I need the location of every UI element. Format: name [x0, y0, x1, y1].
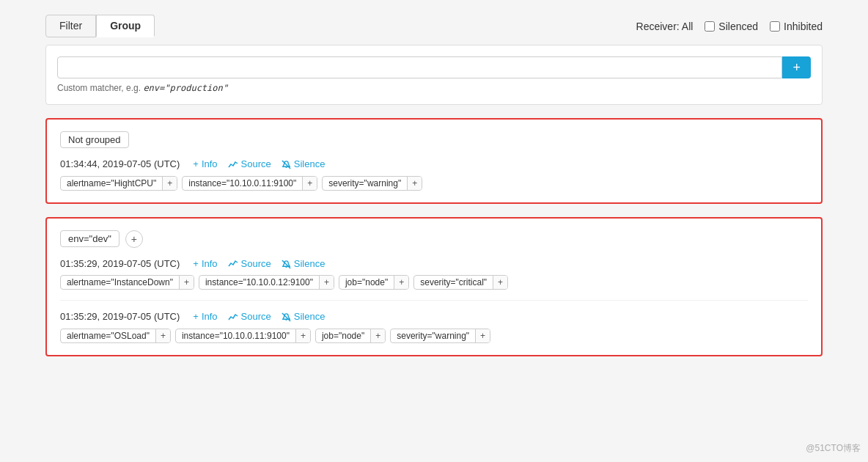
filter-input[interactable]: [57, 56, 782, 78]
group-tag-0-0[interactable]: Not grouped: [60, 131, 129, 148]
label-tag-text: job="node": [339, 276, 394, 289]
plus-icon: +: [193, 258, 199, 269]
alert-actions-1-1: +InfoSourceSilence: [193, 311, 325, 323]
label-tag-plus-button[interactable]: +: [295, 329, 310, 342]
tabs: Filter Group: [45, 15, 155, 37]
bell-slash-icon: [282, 258, 291, 269]
label-tag-text: severity="warning": [323, 177, 407, 190]
silenced-label: Silenced: [718, 21, 758, 32]
label-tag-plus-button[interactable]: +: [302, 177, 317, 190]
label-tag-plus-button[interactable]: +: [155, 329, 170, 342]
silenced-checkbox[interactable]: [705, 21, 715, 32]
label-tag-text: alertname="HightCPU": [61, 177, 162, 190]
bell-slash-icon: [282, 158, 291, 169]
label-tag-1-1-0: alertname="OSLoad"+: [60, 329, 171, 343]
alert-action-silence-1-1[interactable]: Silence: [282, 311, 326, 323]
alert-time-1-1: 01:35:29, 2019-07-05 (UTC): [60, 311, 180, 322]
inhibited-label: Inhibited: [784, 21, 823, 32]
chart-icon: [228, 158, 238, 170]
label-tag-1-1-2: job="node"+: [315, 329, 386, 343]
label-tag-text: alertname="OSLoad": [61, 329, 155, 342]
label-tag-plus-button[interactable]: +: [475, 329, 490, 342]
label-tags-1-0: alertname="InstanceDown"+instance="10.10…: [60, 275, 808, 290]
right-controls: Receiver: All Silenced Inhibited: [636, 21, 823, 32]
label-tag-1-1-3: severity="warning"+: [390, 329, 490, 343]
filter-hint-prefix: Custom matcher, e.g.: [57, 83, 143, 93]
alert-action-source-1-0[interactable]: Source: [228, 258, 271, 270]
alert-action-info-1-0[interactable]: +Info: [193, 258, 217, 270]
filter-input-row: +: [57, 56, 811, 78]
tab-filter[interactable]: Filter: [45, 15, 96, 37]
filter-add-button[interactable]: +: [782, 56, 811, 78]
action-label-silence: Silence: [294, 158, 326, 169]
main-container: Filter Group Receiver: All Silenced Inhi…: [31, 7, 837, 377]
label-tag-text: severity="warning": [391, 329, 475, 342]
alert-row-0-0: 01:34:44, 2019-07-05 (UTC)+InfoSourceSil…: [60, 158, 808, 191]
alert-action-silence-0-0[interactable]: Silence: [282, 158, 326, 170]
inhibited-group[interactable]: Inhibited: [770, 21, 823, 32]
watermark: @51CTO博客: [806, 442, 861, 455]
action-label-silence: Silence: [294, 311, 326, 322]
label-tags-1-1: alertname="OSLoad"+instance="10.10.0.11:…: [60, 329, 808, 343]
alert-meta-0-0: 01:34:44, 2019-07-05 (UTC)+InfoSourceSil…: [60, 158, 808, 170]
plus-icon: +: [193, 158, 199, 169]
label-tag-plus-button[interactable]: +: [162, 177, 177, 190]
label-tag-1-0-0: alertname="InstanceDown"+: [60, 275, 194, 290]
label-tag-text: instance="10.10.0.11:9100": [183, 177, 302, 190]
chart-icon: [228, 311, 238, 323]
silenced-group[interactable]: Silenced: [705, 21, 758, 32]
filter-hint-example: env="production": [143, 83, 228, 93]
group-add-button-env-dev[interactable]: +: [125, 230, 143, 248]
label-tag-text: job="node": [316, 329, 370, 342]
alert-groups-container: Not grouped01:34:44, 2019-07-05 (UTC)+In…: [45, 118, 823, 356]
group-header-not-grouped: Not grouped: [60, 131, 808, 148]
action-label-info: Info: [202, 258, 218, 269]
label-tag-plus-button[interactable]: +: [394, 276, 408, 289]
filter-hint: Custom matcher, e.g. env="production": [57, 83, 811, 93]
label-tag-0-0-0: alertname="HightCPU"+: [60, 176, 177, 191]
alert-action-source-0-0[interactable]: Source: [228, 158, 271, 170]
chart-icon: [228, 258, 238, 270]
label-tags-0-0: alertname="HightCPU"+instance="10.10.0.1…: [60, 176, 808, 191]
alert-action-source-1-1[interactable]: Source: [228, 311, 271, 323]
label-tag-plus-button[interactable]: +: [179, 276, 194, 289]
action-label-source: Source: [241, 311, 271, 322]
inhibited-checkbox[interactable]: [770, 21, 780, 32]
alert-time-0-0: 01:34:44, 2019-07-05 (UTC): [60, 158, 180, 169]
label-tag-text: instance="10.10.0.11:9100": [176, 329, 295, 342]
label-tag-1-1-1: instance="10.10.0.11:9100"+: [175, 329, 311, 343]
alert-time-1-0: 01:35:29, 2019-07-05 (UTC): [60, 258, 180, 269]
action-label-source: Source: [241, 158, 271, 169]
label-tag-text: instance="10.10.0.12:9100": [199, 276, 319, 289]
alert-meta-1-1: 01:35:29, 2019-07-05 (UTC)+InfoSourceSil…: [60, 311, 808, 323]
top-bar: Filter Group Receiver: All Silenced Inhi…: [45, 15, 823, 37]
alert-action-info-1-1[interactable]: +Info: [193, 311, 217, 323]
action-label-info: Info: [202, 311, 218, 322]
label-tag-text: alertname="InstanceDown": [61, 276, 179, 289]
filter-section: + Custom matcher, e.g. env="production": [45, 45, 823, 105]
label-tag-1-0-2: job="node"+: [339, 275, 409, 290]
label-tag-1-0-1: instance="10.10.0.12:9100"+: [199, 275, 334, 290]
label-tag-1-0-3: severity="critical"+: [413, 275, 508, 290]
group-header-env-dev: env="dev"+: [60, 230, 808, 248]
action-label-source: Source: [241, 258, 271, 269]
action-label-info: Info: [202, 158, 218, 169]
label-tag-0-0-1: instance="10.10.0.11:9100"+: [182, 176, 317, 191]
alert-meta-1-0: 01:35:29, 2019-07-05 (UTC)+InfoSourceSil…: [60, 258, 808, 270]
action-label-silence: Silence: [294, 258, 326, 269]
label-tag-plus-button[interactable]: +: [370, 329, 385, 342]
bell-slash-icon: [282, 311, 291, 322]
alert-action-info-0-0[interactable]: +Info: [193, 158, 217, 170]
group-tag-1-0[interactable]: env="dev": [60, 230, 119, 247]
alert-group-env-dev: env="dev"+01:35:29, 2019-07-05 (UTC)+Inf…: [45, 217, 823, 356]
alert-group-not-grouped: Not grouped01:34:44, 2019-07-05 (UTC)+In…: [45, 118, 823, 204]
alert-row-1-0: 01:35:29, 2019-07-05 (UTC)+InfoSourceSil…: [60, 258, 808, 301]
tab-group[interactable]: Group: [96, 15, 155, 37]
label-tag-plus-button[interactable]: +: [493, 276, 507, 289]
alert-row-1-1: 01:35:29, 2019-07-05 (UTC)+InfoSourceSil…: [60, 311, 808, 343]
alert-actions-1-0: +InfoSourceSilence: [193, 258, 325, 270]
label-tag-plus-button[interactable]: +: [319, 276, 334, 289]
label-tag-plus-button[interactable]: +: [407, 177, 422, 190]
plus-icon: +: [193, 311, 199, 322]
alert-action-silence-1-0[interactable]: Silence: [282, 258, 326, 270]
